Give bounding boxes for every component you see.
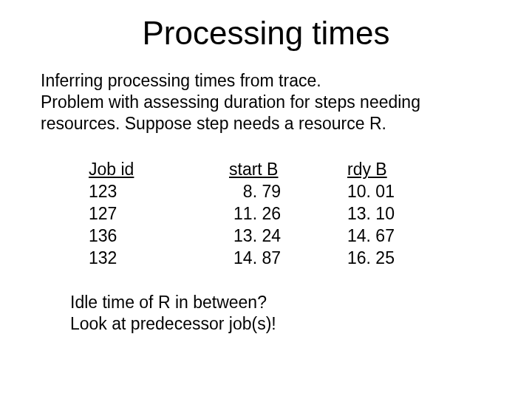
col-start-b: start B 8. 79 11. 26 13. 24 14. 87 [222,159,347,269]
col-rdy-b: rdy B 10. 01 13. 10 14. 67 16. 25 [347,159,429,269]
table-cell: 8. 79 [222,181,347,203]
closing-paragraph: Idle time of R in between?Look at predec… [70,292,276,335]
table-cell: 16. 25 [347,248,429,270]
table-cell: 13. 10 [347,203,429,225]
col-job-id: Job id 123 127 136 132 [89,159,222,269]
col-header-startb: start B [222,159,347,181]
trace-table: Job id 123 127 136 132 start B 8. 79 11.… [89,159,429,269]
col-header-rdyb: rdy B [347,159,429,181]
table-cell: 10. 01 [347,181,429,203]
slide: Processing times Inferring processing ti… [0,0,532,399]
intro-paragraph: Inferring processing times from trace.Pr… [41,70,491,134]
table-cell: 14. 67 [347,225,429,248]
table-cell: 11. 26 [222,203,347,225]
table-cell: 14. 87 [222,248,347,270]
table-cell: 127 [89,203,222,225]
col-header-job: Job id [89,159,222,181]
table-cell: 13. 24 [222,225,347,248]
slide-title: Processing times [0,15,532,52]
table-cell: 123 [89,181,222,203]
table-cell: 136 [89,225,222,248]
table-cell: 132 [89,248,222,270]
